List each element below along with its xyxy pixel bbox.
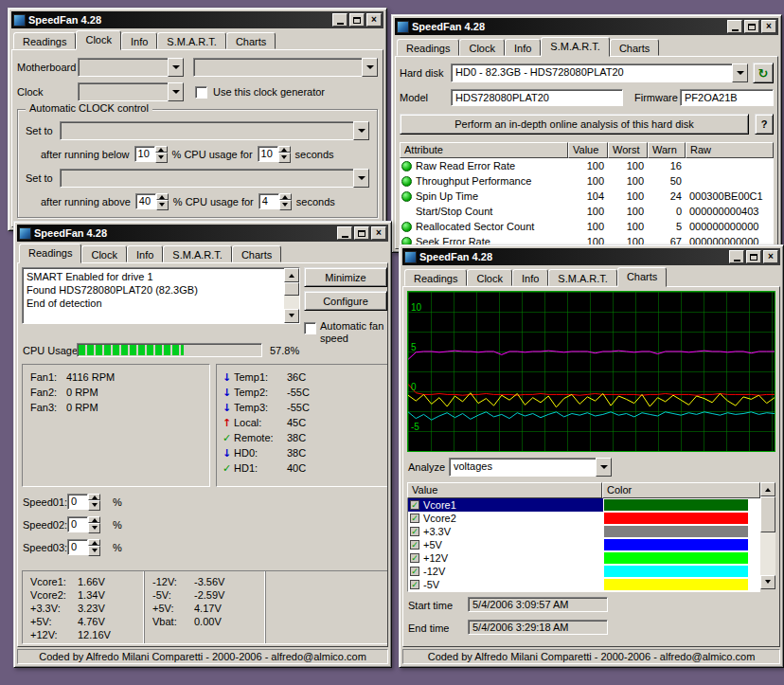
column-header[interactable]: Value (568, 142, 608, 158)
tab-charts[interactable]: Charts (232, 245, 281, 262)
legend-row[interactable]: ✓-12V (408, 565, 759, 578)
automatic-fan-speed-checkbox[interactable] (304, 322, 316, 334)
tab-clock[interactable]: Clock (81, 245, 127, 262)
online-analysis-button[interactable]: Perform an in-depth online analysis of t… (400, 114, 749, 135)
spin-up-icon[interactable] (88, 539, 100, 546)
speed02-spinner[interactable]: 0 (67, 516, 100, 532)
refresh-button[interactable]: ↻ (753, 63, 774, 83)
tab-readings[interactable]: Readings (397, 39, 459, 56)
use-clock-generator-checkbox[interactable] (195, 86, 207, 99)
tab-charts[interactable]: Charts (617, 267, 667, 287)
below-seconds-spinner[interactable]: 10 (258, 146, 291, 162)
above-seconds-spinner[interactable]: 4 (258, 193, 292, 209)
series-checkbox-icon[interactable]: ✓ (410, 514, 419, 523)
spin-up-icon[interactable] (156, 193, 169, 200)
close-icon[interactable]: × (366, 13, 382, 27)
set-to-combo-2[interactable] (60, 169, 369, 188)
spin-down-icon[interactable] (156, 200, 169, 210)
speed03-spinner[interactable]: 0 (67, 539, 100, 555)
minimize-icon[interactable] (727, 20, 742, 33)
spin-up-icon[interactable] (278, 146, 291, 153)
legend-row[interactable]: ✓+12V (408, 551, 759, 565)
table-row[interactable]: Reallocated Sector Count 100 100 5 00000… (400, 219, 774, 234)
tab-readings[interactable]: Readings (19, 243, 81, 263)
close-icon[interactable]: × (371, 226, 386, 240)
hard-disk-combo[interactable]: HD0 - 82.3GB - HDS728080PLAT20 (451, 63, 748, 82)
legend-row[interactable]: ✓-5V (408, 578, 759, 591)
scroll-thumb[interactable] (284, 282, 299, 296)
series-checkbox-icon[interactable]: ✓ (410, 553, 419, 563)
spin-down-icon[interactable] (88, 500, 100, 511)
maximize-icon[interactable] (746, 250, 761, 263)
maximize-icon[interactable] (354, 226, 369, 240)
spin-down-icon[interactable] (88, 523, 100, 533)
titlebar[interactable]: SpeedFan 4.28 × (11, 11, 383, 28)
column-header[interactable]: Attribute (400, 142, 568, 158)
tab-clock[interactable]: Clock (459, 39, 505, 56)
speed01-spinner[interactable]: 0 (67, 494, 100, 510)
tab-info[interactable]: Info (505, 39, 541, 56)
column-header[interactable]: Value (407, 482, 602, 498)
scroll-down-icon[interactable] (284, 309, 299, 323)
table-row[interactable]: Start/Stop Count 100 100 0 000000000403 (400, 204, 774, 219)
minimize-icon[interactable] (729, 250, 744, 263)
tab-clock[interactable]: Clock (467, 269, 512, 286)
tab-readings[interactable]: Readings (13, 32, 76, 49)
scroll-up-icon[interactable] (760, 482, 775, 496)
column-header[interactable]: Raw (686, 142, 774, 158)
titlebar[interactable]: SpeedFan 4.28 × (395, 18, 778, 35)
tab-smart[interactable]: S.M.A.R.T. (163, 245, 232, 262)
spin-down-icon[interactable] (279, 200, 292, 210)
motherboard-combo[interactable] (78, 58, 184, 77)
series-checkbox-icon[interactable]: ✓ (410, 540, 419, 550)
minimize-button[interactable]: Minimize (304, 267, 387, 287)
legend-row[interactable]: ✓+5V (408, 538, 759, 551)
legend-row[interactable]: ✓Vcore1 (408, 498, 759, 512)
table-row[interactable]: Raw Read Error Rate 100 100 16 (400, 158, 774, 173)
spin-down-icon[interactable] (88, 546, 100, 556)
spin-up-icon[interactable] (88, 516, 100, 523)
tab-smart[interactable]: S.M.A.R.T. (157, 32, 226, 49)
table-row[interactable]: Throughput Performance 100 100 50 (400, 173, 774, 189)
close-icon[interactable]: × (761, 20, 776, 33)
spin-up-icon[interactable] (88, 494, 100, 500)
legend-row[interactable]: ✓Vcore2 (408, 512, 759, 525)
tab-info[interactable]: Info (512, 269, 548, 286)
series-checkbox-icon[interactable]: ✓ (410, 527, 419, 536)
detection-log[interactable]: SMART Enabled for drive 1 Found HDS72808… (22, 267, 300, 324)
tab-charts[interactable]: Charts (610, 39, 659, 56)
column-header[interactable]: Warn (648, 142, 686, 158)
help-button[interactable]: ? (755, 114, 774, 135)
above-cpu-spinner[interactable]: 40 (135, 193, 169, 209)
maximize-icon[interactable] (744, 20, 759, 33)
clock-combo[interactable] (78, 82, 184, 101)
minimize-icon[interactable] (337, 226, 352, 240)
tab-smart[interactable]: S.M.A.R.T. (548, 269, 617, 286)
spin-up-icon[interactable] (279, 193, 292, 200)
tab-info[interactable]: Info (127, 245, 163, 262)
tab-smart[interactable]: S.M.A.R.T. (541, 37, 610, 57)
clock-chip-combo[interactable] (193, 58, 378, 77)
series-checkbox-icon[interactable]: ✓ (410, 567, 419, 576)
tab-readings[interactable]: Readings (404, 269, 467, 286)
column-header[interactable]: Worst (608, 142, 648, 158)
series-checkbox-icon[interactable]: ✓ (410, 500, 419, 510)
legend-row[interactable]: ✓+3.3V (408, 525, 759, 538)
tab-info[interactable]: Info (121, 32, 157, 49)
close-icon[interactable]: × (763, 250, 778, 263)
series-checkbox-icon[interactable]: ✓ (410, 580, 419, 589)
log-scrollbar[interactable] (284, 268, 299, 323)
analyze-combo[interactable]: voltages (449, 458, 612, 477)
set-to-combo-1[interactable] (60, 121, 369, 140)
titlebar[interactable]: SpeedFan 4.28 × (402, 248, 780, 265)
tab-clock[interactable]: Clock (76, 30, 121, 50)
spin-up-icon[interactable] (155, 146, 168, 153)
titlebar[interactable]: SpeedFan 4.28 × (17, 225, 388, 242)
maximize-icon[interactable] (349, 13, 365, 27)
below-cpu-spinner[interactable]: 10 (134, 146, 168, 162)
configure-button[interactable]: Configure (304, 291, 387, 311)
column-header[interactable]: Color (602, 482, 760, 498)
spin-down-icon[interactable] (155, 153, 168, 163)
scroll-thumb[interactable] (760, 496, 775, 532)
tab-charts[interactable]: Charts (226, 32, 276, 49)
